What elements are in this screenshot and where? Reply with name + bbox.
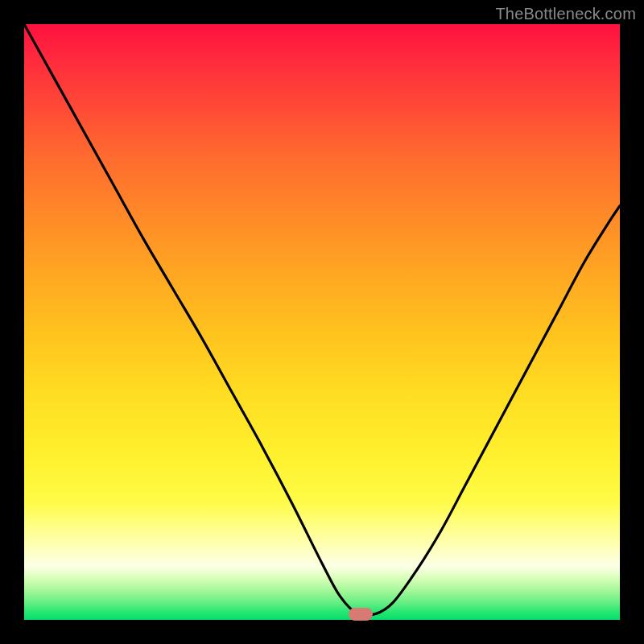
bottleneck-curve (24, 24, 620, 616)
watermark-text: TheBottleneck.com (495, 5, 636, 23)
curve-layer (24, 24, 620, 620)
plot-area (24, 24, 620, 620)
optimal-point-marker (349, 608, 373, 621)
chart-frame: TheBottleneck.com (0, 0, 644, 644)
